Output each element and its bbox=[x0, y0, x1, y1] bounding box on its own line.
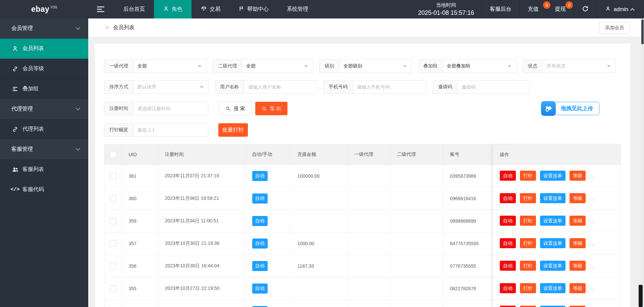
level-button[interactable]: 等级 bbox=[570, 171, 586, 181]
bottom-right-scrollbar-thumb[interactable] bbox=[639, 285, 643, 307]
auto-button[interactable]: 自动 bbox=[500, 216, 516, 226]
more-actions[interactable]: ... bbox=[590, 218, 595, 224]
sidebar-item-service-code[interactable]: </> 客服代码 bbox=[0, 180, 88, 200]
recharge-link[interactable]: 充值 0 bbox=[519, 0, 546, 18]
set-chain-button[interactable]: 设置连单 bbox=[540, 238, 566, 248]
invite-code-input[interactable] bbox=[458, 81, 530, 93]
auto-button[interactable]: 自动 bbox=[500, 261, 516, 271]
search-icon bbox=[225, 106, 231, 112]
level-select[interactable]: 全部级别 bbox=[339, 60, 412, 73]
more-actions[interactable]: ... bbox=[590, 195, 595, 201]
nav-tab-help-center[interactable]: 帮助中心 bbox=[229, 0, 278, 18]
collapse-menu-icon[interactable] bbox=[97, 6, 104, 12]
select-all-checkbox[interactable] bbox=[110, 151, 116, 158]
withdraw-link[interactable]: 提现 0 bbox=[546, 0, 574, 18]
nav-tab-dashboard[interactable]: 后台首页 bbox=[114, 0, 154, 18]
chevron-down-icon bbox=[76, 26, 80, 30]
sidebar-item-member-list[interactable]: 会员列表 bbox=[0, 39, 88, 59]
auto-button[interactable]: 自动 bbox=[500, 171, 516, 181]
row-checkbox[interactable] bbox=[110, 195, 116, 202]
filter-row-2: 排序方式 默认排序 用户名称 手机号码 邀请码 bbox=[104, 80, 630, 94]
sort-select[interactable]: 默认排序 bbox=[133, 81, 208, 93]
auto-button[interactable]: 自动 bbox=[500, 306, 516, 307]
set-chain-button[interactable]: 设置连单 bbox=[540, 193, 566, 203]
sidebar-item-agent-list[interactable]: 代理列表 bbox=[0, 119, 88, 139]
refresh-button[interactable] bbox=[574, 0, 597, 18]
auto-button[interactable]: 自动 bbox=[500, 193, 516, 203]
upload-dropzone[interactable]: 拖拽至此上传 bbox=[541, 101, 599, 116]
batch-inject-button[interactable]: 批量打针 bbox=[218, 123, 248, 137]
inject-button[interactable]: 打针 bbox=[520, 306, 536, 307]
inject-button[interactable]: 打针 bbox=[520, 238, 536, 248]
page-scrollbar-track[interactable] bbox=[641, 18, 644, 307]
filter-label: 用户名称 bbox=[215, 81, 244, 93]
more-actions[interactable]: ... bbox=[590, 263, 595, 269]
phone-input[interactable] bbox=[353, 81, 426, 93]
mode-badge: 自动 bbox=[252, 261, 268, 271]
row-checkbox[interactable] bbox=[110, 173, 116, 179]
more-actions[interactable]: ... bbox=[590, 173, 595, 179]
set-chain-button[interactable]: 设置连单 bbox=[540, 283, 566, 293]
auto-button[interactable]: 自动 bbox=[500, 283, 516, 293]
filter-label: 手机号码 bbox=[324, 81, 353, 93]
user-menu[interactable]: admin bbox=[597, 0, 644, 18]
add-member-button[interactable]: 添加会员 bbox=[599, 22, 630, 34]
sidebar-item-service-list[interactable]: 客服列表 bbox=[0, 160, 88, 180]
page-scrollbar-thumb[interactable] bbox=[641, 19, 644, 44]
inject-button[interactable]: 打针 bbox=[520, 171, 536, 181]
nav-tab-trade[interactable]: 交易 bbox=[192, 0, 229, 18]
level-button[interactable]: 等级 bbox=[570, 193, 586, 203]
inject-button[interactable]: 打针 bbox=[520, 216, 536, 226]
sidebar-group-member[interactable]: 会员管理 bbox=[0, 18, 88, 39]
agent1-select[interactable]: 全部 bbox=[133, 60, 206, 73]
level-button[interactable]: 等级 bbox=[570, 261, 586, 271]
sidebar-item-member-level[interactable]: 会员等级 bbox=[0, 59, 88, 79]
nav-tab-system[interactable]: 系统管理 bbox=[278, 0, 317, 18]
reg-time-input[interactable] bbox=[133, 102, 208, 115]
nav-tab-roles[interactable]: 角色 bbox=[154, 0, 192, 18]
filter-label: 叠加组 bbox=[418, 60, 443, 73]
cell-account: 84776735555 bbox=[443, 232, 498, 255]
row-checkbox[interactable] bbox=[110, 240, 116, 247]
agent2-select[interactable]: 全部 bbox=[242, 60, 313, 73]
status-select[interactable]: 所有状态 bbox=[543, 60, 615, 73]
service-admin-link[interactable]: 客服后台 bbox=[481, 0, 519, 18]
cell-account: 0822782678 bbox=[443, 277, 498, 300]
overlay-group-select[interactable]: 全部叠加组 bbox=[443, 60, 516, 73]
set-chain-button[interactable]: 设置连单 bbox=[540, 261, 566, 271]
cell-uid: 355 bbox=[122, 277, 158, 300]
sidebar-group-agent[interactable]: 代理管理 bbox=[0, 99, 88, 119]
set-chain-button[interactable]: 设置连单 bbox=[540, 306, 566, 307]
filter-sort: 排序方式 默认排序 bbox=[104, 80, 209, 94]
more-actions[interactable]: ... bbox=[590, 286, 595, 291]
set-chain-button[interactable]: 设置连单 bbox=[540, 216, 566, 226]
inject-range-input[interactable] bbox=[133, 124, 208, 136]
navbar-right: 当地时间 2025-01-08 15:57:16 客服后台 充值 0 提现 0 … bbox=[411, 0, 644, 18]
inject-button[interactable]: 打针 bbox=[520, 261, 536, 271]
inject-button[interactable]: 打针 bbox=[520, 193, 536, 203]
search-button[interactable]: 搜 索 bbox=[219, 102, 252, 115]
username-input[interactable] bbox=[244, 81, 317, 93]
cell-uid: 357 bbox=[122, 232, 158, 255]
export-button[interactable]: 导 出 bbox=[255, 102, 287, 115]
row-checkbox[interactable] bbox=[110, 263, 116, 269]
sidebar-group-service[interactable]: 客服管理 bbox=[0, 139, 88, 160]
inject-button[interactable]: 打针 bbox=[520, 283, 536, 293]
cell-reg-time: 2023年10月30日 21:19:36 bbox=[158, 232, 245, 255]
row-checkbox[interactable] bbox=[110, 218, 116, 224]
content-card: 一级代理 全部 二级代理 全部 级别 全部级别 bbox=[95, 44, 630, 307]
sidebar-item-overlay-group[interactable]: 叠加组 bbox=[0, 79, 88, 99]
level-button[interactable]: 等级 bbox=[570, 283, 586, 293]
more-actions[interactable]: ... bbox=[590, 240, 595, 246]
row-checkbox[interactable] bbox=[110, 285, 116, 292]
users-icon bbox=[11, 166, 19, 173]
filter-label: 二级代理 bbox=[213, 60, 242, 73]
level-button[interactable]: 等级 bbox=[570, 306, 586, 307]
set-chain-button[interactable]: 设置连单 bbox=[540, 171, 566, 181]
auto-button[interactable]: 自动 bbox=[500, 238, 516, 248]
level-button[interactable]: 等级 bbox=[570, 238, 586, 248]
level-button[interactable]: 等级 bbox=[570, 216, 586, 226]
person-icon bbox=[605, 6, 611, 13]
link-icon bbox=[11, 126, 19, 133]
nav-tab-label: 系统管理 bbox=[287, 6, 308, 13]
